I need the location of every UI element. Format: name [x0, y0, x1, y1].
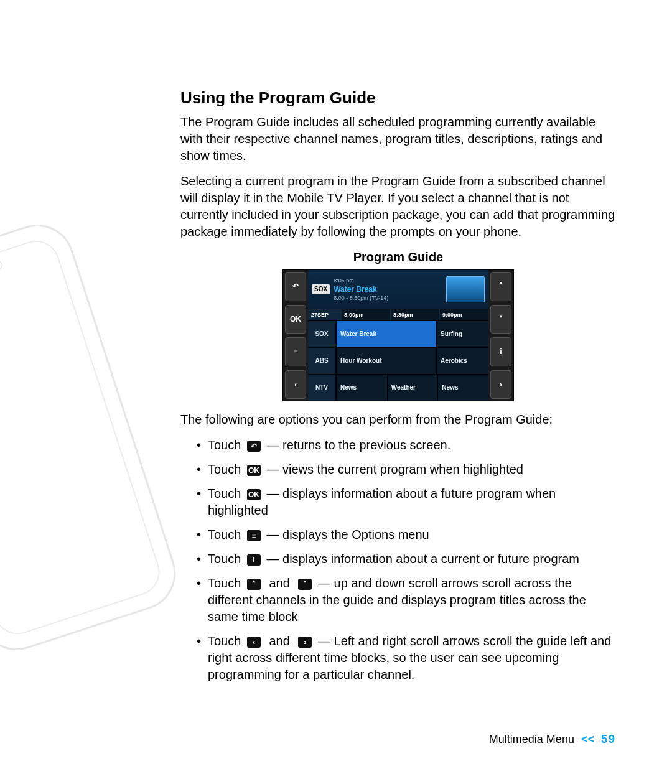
- option-info: Touch i — displays information about a c…: [197, 551, 616, 567]
- touch-word: Touch: [208, 438, 241, 452]
- screenshot-left-buttons: ↶ OK ≡ ‹: [283, 270, 308, 401]
- program-cell[interactable]: Surfing: [436, 321, 488, 347]
- screenshot-header: SOX 8:05 pm Water Break 8:00 - 8:30pm (T…: [308, 270, 488, 309]
- down-arrow-icon: ˅: [298, 579, 312, 590]
- program-cell-selected[interactable]: Water Break: [336, 321, 436, 347]
- intro-paragraph-1: The Program Guide includes all scheduled…: [180, 114, 616, 164]
- program-cell[interactable]: Hour Workout: [336, 348, 436, 374]
- screenshot-grid: SOX 8:05 pm Water Break 8:00 - 8:30pm (T…: [308, 270, 488, 401]
- options-intro: The following are options you can perfor…: [180, 411, 616, 428]
- scroll-down-button[interactable]: ˅: [490, 305, 511, 334]
- phone-outline-decoration: [0, 215, 185, 660]
- program-cell[interactable]: Weather: [387, 375, 438, 401]
- intro-paragraph-2: Selecting a current program in the Progr…: [180, 173, 616, 240]
- info-button[interactable]: i: [490, 337, 511, 366]
- current-program-subtitle: 8:00 - 8:30pm (TV-14): [334, 294, 446, 302]
- page-number: 59: [601, 733, 616, 745]
- ok-button[interactable]: OK: [285, 305, 306, 334]
- page-footer: Multimedia Menu << 59: [489, 732, 616, 747]
- screenshot-right-buttons: ˄ ˅ i ›: [488, 270, 513, 401]
- time-slot-2: 8:30pm: [390, 309, 439, 320]
- back-button[interactable]: ↶: [285, 272, 306, 301]
- right-arrow-icon: ›: [298, 637, 312, 648]
- time-header-row: 27SEP 8:00pm 8:30pm 9:00pm: [308, 309, 488, 320]
- program-cell[interactable]: News: [336, 375, 387, 401]
- scroll-up-button[interactable]: ˄: [490, 272, 511, 301]
- scroll-right-button[interactable]: ›: [490, 370, 511, 399]
- back-icon: ↶: [247, 441, 261, 452]
- and-word: and: [267, 634, 292, 648]
- menu-icon: ≡: [247, 530, 261, 541]
- guide-row[interactable]: NTV News Weather News: [308, 374, 488, 401]
- date-label: 27SEP: [308, 309, 341, 320]
- ok-icon: OK: [247, 465, 261, 476]
- guide-rows: SOX Water Break Surfing ABS Hour Workout…: [308, 320, 488, 401]
- and-word: and: [267, 576, 292, 590]
- menu-button[interactable]: ≡: [285, 337, 306, 366]
- footer-separator-icon: <<: [577, 733, 598, 745]
- program-guide-screenshot: ↶ OK ≡ ‹ SOX 8:05 pm Water Break 8:00 - …: [282, 269, 514, 401]
- touch-word: Touch: [208, 487, 241, 500]
- option-text: — displays information about a current o…: [267, 552, 579, 566]
- touch-word: Touch: [208, 462, 241, 476]
- option-text: — displays the Options menu: [267, 528, 429, 541]
- option-text: — returns to the previous screen.: [267, 438, 451, 452]
- footer-section: Multimedia Menu: [489, 733, 574, 745]
- manual-page: Using the Program Guide The Program Guid…: [0, 0, 672, 784]
- touch-word: Touch: [208, 552, 241, 566]
- ok-icon: OK: [247, 489, 261, 500]
- touch-word: Touch: [208, 528, 241, 541]
- preview-thumbnail: [446, 276, 485, 302]
- current-program-title: Water Break: [334, 284, 446, 294]
- time-slot-1: 8:00pm: [341, 309, 390, 320]
- option-text: — up and down scroll arrows scroll acros…: [208, 576, 586, 623]
- program-cell[interactable]: Aerobics: [436, 348, 488, 374]
- screenshot-caption: Program Guide: [180, 249, 616, 266]
- time-slot-3: 9:00pm: [439, 309, 488, 320]
- channel-label: SOX: [308, 321, 336, 347]
- option-menu: Touch ≡ — displays the Options menu: [197, 526, 616, 543]
- option-up-down: Touch ˄ and ˅ — up and down scroll arrow…: [197, 575, 616, 625]
- channel-label: NTV: [308, 375, 336, 401]
- option-left-right: Touch ‹ and › — Left and right scroll ar…: [197, 633, 616, 683]
- guide-row[interactable]: ABS Hour Workout Aerobics: [308, 347, 488, 374]
- current-channel-tag: SOX: [312, 284, 330, 294]
- option-ok-view: Touch OK — views the current program whe…: [197, 461, 616, 478]
- options-list: Touch ↶ — returns to the previous screen…: [197, 437, 616, 683]
- option-text: — views the current program when highlig…: [267, 462, 523, 476]
- program-cell[interactable]: News: [437, 375, 488, 401]
- touch-word: Touch: [208, 634, 241, 648]
- page-content: Using the Program Guide The Program Guid…: [180, 87, 616, 691]
- option-back: Touch ↶ — returns to the previous screen…: [197, 437, 616, 454]
- touch-word: Touch: [208, 576, 241, 590]
- up-arrow-icon: ˄: [247, 579, 261, 590]
- info-icon: i: [247, 554, 261, 566]
- left-arrow-icon: ‹: [247, 637, 261, 648]
- scroll-left-button[interactable]: ‹: [285, 370, 306, 399]
- channel-label: ABS: [308, 348, 336, 374]
- option-ok-info: Touch OK — displays information about a …: [197, 485, 616, 519]
- guide-row[interactable]: SOX Water Break Surfing: [308, 320, 488, 347]
- section-heading: Using the Program Guide: [180, 87, 616, 109]
- clock-label: 8:05 pm: [334, 277, 446, 284]
